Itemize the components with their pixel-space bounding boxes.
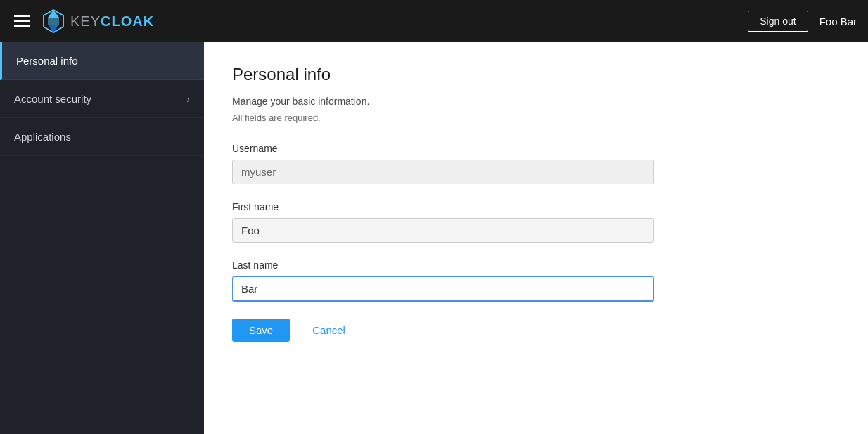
required-note: All fields are required. bbox=[232, 113, 840, 123]
svg-marker-2 bbox=[48, 10, 59, 18]
logo: KEYCLOAK bbox=[41, 8, 154, 34]
page-description: Manage your basic information. bbox=[232, 96, 840, 107]
main-content: Personal info Manage your basic informat… bbox=[204, 42, 868, 434]
chevron-right-icon: › bbox=[186, 94, 190, 105]
header-right: Sign out Foo Bar bbox=[748, 11, 857, 32]
hamburger-menu-button[interactable] bbox=[11, 13, 32, 30]
page-title: Personal info bbox=[232, 65, 840, 84]
last-name-input[interactable] bbox=[232, 276, 654, 302]
sidebar-item-personal-info-label: Personal info bbox=[16, 55, 78, 67]
first-name-label: First name bbox=[232, 201, 654, 212]
header-left: KEYCLOAK bbox=[11, 8, 154, 34]
user-display-name: Foo Bar bbox=[819, 15, 857, 27]
last-name-label: Last name bbox=[232, 260, 654, 271]
sidebar-item-applications[interactable]: Applications bbox=[0, 118, 204, 156]
first-name-field-group: First name bbox=[232, 201, 654, 243]
app-header: KEYCLOAK Sign out Foo Bar bbox=[0, 0, 868, 42]
form-actions: Save Cancel bbox=[232, 319, 840, 342]
sidebar-item-applications-label: Applications bbox=[14, 131, 71, 143]
sidebar-item-personal-info[interactable]: Personal info bbox=[0, 42, 204, 80]
sidebar-item-account-security-label: Account security bbox=[14, 93, 91, 105]
cancel-button[interactable]: Cancel bbox=[301, 319, 357, 342]
save-button[interactable]: Save bbox=[232, 319, 290, 342]
sidebar-item-account-security[interactable]: Account security › bbox=[0, 80, 204, 118]
username-label: Username bbox=[232, 143, 654, 154]
sign-out-button[interactable]: Sign out bbox=[748, 11, 808, 32]
keycloak-logo-icon bbox=[41, 8, 66, 34]
last-name-field-group: Last name bbox=[232, 260, 654, 302]
svg-marker-3 bbox=[48, 25, 59, 32]
logo-text: KEYCLOAK bbox=[70, 13, 154, 30]
username-field-group: Username bbox=[232, 143, 654, 184]
app-layout: Personal info Account security › Applica… bbox=[0, 42, 868, 434]
first-name-input[interactable] bbox=[232, 218, 654, 243]
sidebar: Personal info Account security › Applica… bbox=[0, 42, 204, 434]
username-input[interactable] bbox=[232, 160, 654, 184]
